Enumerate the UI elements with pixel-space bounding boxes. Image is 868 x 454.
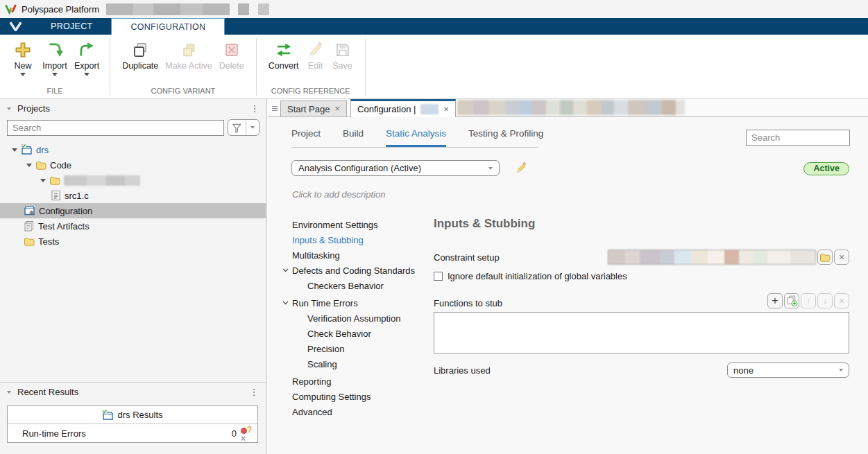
test-artifacts-icon xyxy=(24,220,35,232)
close-tab-icon[interactable] xyxy=(334,105,340,113)
new-dropdown-caret-icon[interactable] xyxy=(20,73,26,76)
tab-build[interactable]: Build xyxy=(343,128,364,147)
delete-button[interactable]: Delete xyxy=(216,40,248,71)
move-down-button[interactable]: ↓ xyxy=(817,293,833,308)
add-multiple-icon xyxy=(785,295,798,307)
expand-arrow-icon[interactable] xyxy=(26,164,32,167)
nav-checkers-behavior[interactable]: Checkers Behavior xyxy=(282,278,432,293)
expand-arrow-icon[interactable] xyxy=(11,148,17,152)
new-icon xyxy=(14,41,32,59)
tab-project[interactable]: Project xyxy=(291,128,321,147)
redacted-constraint-value[interactable] xyxy=(608,250,816,265)
nav-environment-settings[interactable]: Environment Settings xyxy=(282,217,432,232)
configuration-editor: Project Build Static Analysis Testing & … xyxy=(268,117,868,454)
convert-icon xyxy=(275,41,293,59)
tree-item-folder-redacted[interactable] xyxy=(0,173,266,188)
filter-dropdown-button[interactable] xyxy=(246,120,259,135)
redacted-title-block xyxy=(258,3,269,15)
plus-icon xyxy=(772,296,778,306)
app-menu-button[interactable] xyxy=(0,18,31,35)
edit-button[interactable]: Edit xyxy=(303,40,329,71)
edit-variant-pencil-icon[interactable] xyxy=(515,161,528,175)
config-nav: Environment Settings Inputs & Stubbing M… xyxy=(282,217,432,419)
nav-precision[interactable]: Precision xyxy=(282,341,432,356)
tree-item-configuration[interactable]: Configuration xyxy=(0,203,266,218)
make-active-button[interactable]: Make Active xyxy=(162,40,215,71)
nav-advanced[interactable]: Advanced xyxy=(282,404,432,419)
tab-start-page[interactable]: Start Page xyxy=(280,101,347,116)
projects-menu-icon[interactable] xyxy=(250,103,259,114)
add-multiple-button[interactable] xyxy=(784,293,799,308)
tree-item-project-drs[interactable]: drs xyxy=(0,142,266,157)
libraries-used-select[interactable]: none xyxy=(727,363,849,378)
libraries-used-row: Libraries used none xyxy=(434,363,849,378)
ribbon-tab-configuration[interactable]: CONFIGURATION xyxy=(111,18,225,35)
results-row-runtime-errors[interactable]: Run-time Errors 0 ?× xyxy=(8,424,257,442)
browse-folder-button[interactable] xyxy=(817,250,833,265)
tab-testing-profiling[interactable]: Testing & Profiling xyxy=(468,128,543,147)
close-tab-icon[interactable] xyxy=(443,105,449,114)
tree-item-test-artifacts[interactable]: Test Artifacts xyxy=(0,218,266,234)
expand-arrow-icon[interactable] xyxy=(40,179,46,182)
description-placeholder[interactable]: Click to add description xyxy=(292,189,385,200)
tree-item-file-src1c[interactable]: src1.c xyxy=(0,188,266,203)
toolbar-group-file: New Import Export FILE xyxy=(0,35,110,98)
config-section-tabs: Project Build Static Analysis Testing & … xyxy=(291,128,543,147)
nav-inputs-stubbing[interactable]: Inputs & Stubbing xyxy=(282,232,432,247)
delete-icon xyxy=(223,41,241,59)
ribbon-tab-project[interactable]: PROJECT xyxy=(32,18,111,35)
tree-item-folder-tests[interactable]: Tests xyxy=(0,234,266,249)
tree-item-folder-code[interactable]: Code xyxy=(0,157,266,173)
nav-reporting[interactable]: Reporting xyxy=(282,374,432,389)
inputs-stubbing-panel: Inputs & Stubbing Constraint setup Ignor… xyxy=(434,217,849,378)
make-active-icon xyxy=(180,41,198,59)
duplicate-icon xyxy=(131,41,149,59)
constraint-setup-label: Constraint setup xyxy=(434,252,608,263)
folder-icon xyxy=(819,252,831,263)
functions-to-stub-list[interactable] xyxy=(434,312,849,353)
constraint-setup-row: Constraint setup xyxy=(434,250,849,265)
nav-computing-settings[interactable]: Computing Settings xyxy=(282,389,432,404)
tab-configuration[interactable]: Configuration | xyxy=(350,99,456,117)
nav-run-time-errors[interactable]: Run Time Errors xyxy=(282,295,432,311)
tab-static-analysis[interactable]: Static Analysis xyxy=(386,128,446,147)
export-dropdown-caret-icon[interactable] xyxy=(84,73,90,76)
recent-results-panel-header: Recent Results xyxy=(0,382,266,401)
collapse-panel-icon[interactable] xyxy=(7,391,11,394)
nav-defects-coding-standards[interactable]: Defects and Coding Standards xyxy=(282,263,432,278)
filter-button[interactable] xyxy=(228,120,246,135)
close-icon xyxy=(839,253,844,261)
recent-results-menu-icon[interactable] xyxy=(249,387,259,397)
chevron-down-icon xyxy=(282,268,289,272)
config-variant-select[interactable]: Analysis Configuration (Active) xyxy=(291,160,500,176)
project-icon xyxy=(21,144,33,155)
import-button[interactable]: Import xyxy=(39,40,71,76)
duplicate-button[interactable]: Duplicate xyxy=(119,40,162,71)
stub-list-toolbar: ↑ ↓ xyxy=(766,293,849,308)
save-button[interactable]: Save xyxy=(329,40,357,71)
nav-scaling[interactable]: Scaling xyxy=(282,356,432,372)
collapse-panel-icon[interactable] xyxy=(7,107,11,110)
options-search-input[interactable] xyxy=(746,130,850,146)
libraries-used-label: Libraries used xyxy=(434,365,727,376)
move-up-button[interactable]: ↑ xyxy=(801,293,816,308)
import-dropdown-caret-icon[interactable] xyxy=(52,73,58,76)
projects-search-input[interactable] xyxy=(7,120,224,136)
nav-verification-assumption[interactable]: Verification Assumption xyxy=(282,311,432,326)
projects-panel-header: Projects xyxy=(0,99,266,118)
remove-row-button[interactable] xyxy=(834,293,849,308)
results-header-row[interactable]: drs Results xyxy=(8,406,257,424)
nav-multitasking[interactable]: Multitasking xyxy=(282,247,432,263)
nav-check-behavior[interactable]: Check Behavior xyxy=(282,326,432,341)
clear-constraint-button[interactable] xyxy=(834,250,849,265)
add-row-button[interactable] xyxy=(767,293,783,308)
ignore-init-checkbox[interactable] xyxy=(434,272,443,281)
toolbar-group-config-reference: Convert Edit Save CONFIG REFERENCE xyxy=(257,35,365,98)
export-button[interactable]: Export xyxy=(71,40,103,76)
convert-button[interactable]: Convert xyxy=(265,40,303,71)
arrow-down-icon: ↓ xyxy=(823,296,827,306)
tabstrip-handle-icon[interactable] xyxy=(269,102,280,114)
new-button[interactable]: New xyxy=(7,40,39,76)
folder-icon xyxy=(35,160,46,171)
caret-down-icon xyxy=(488,167,493,170)
